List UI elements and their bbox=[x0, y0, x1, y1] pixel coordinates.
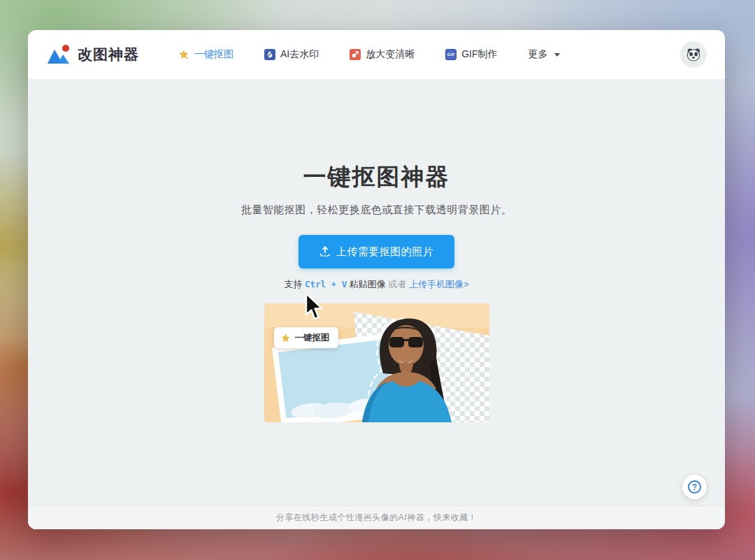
nav-label: AI去水印 bbox=[280, 48, 319, 61]
main-nav: 一键抠图 AI去水印 bbox=[178, 48, 560, 61]
help-icon bbox=[688, 480, 701, 494]
nav-item-enlarge[interactable]: 放大变清晰 bbox=[350, 48, 415, 61]
ctrl-v-shortcut: Ctrl + V bbox=[305, 279, 347, 289]
tip-prefix: 支持 bbox=[284, 279, 305, 289]
upload-button-label: 上传需要抠图的照片 bbox=[336, 245, 434, 259]
nav-item-cutout[interactable]: 一键抠图 bbox=[178, 48, 233, 61]
nav-label: GIF制作 bbox=[461, 48, 497, 61]
app-window: 改图神器 一键抠图 AI去水印 bbox=[28, 30, 725, 529]
nav-item-more[interactable]: 更多 bbox=[528, 48, 560, 61]
user-avatar[interactable] bbox=[680, 41, 707, 68]
panda-avatar-icon bbox=[685, 46, 702, 63]
upload-from-phone-link[interactable]: 上传手机图像> bbox=[409, 279, 469, 289]
header: 改图神器 一键抠图 AI去水印 bbox=[28, 30, 725, 79]
watermark-remove-icon bbox=[264, 49, 275, 60]
tip-middle: 粘贴图像 bbox=[347, 279, 388, 289]
nav-item-gif[interactable]: GIF GIF制作 bbox=[445, 48, 497, 61]
nav-label: 更多 bbox=[528, 48, 548, 61]
chevron-down-icon bbox=[554, 53, 560, 57]
page-subtitle: 批量智能抠图，轻松更换底色或直接下载透明背景图片。 bbox=[28, 203, 725, 217]
upload-button[interactable]: 上传需要抠图的照片 bbox=[299, 235, 455, 268]
logo[interactable]: 改图神器 bbox=[46, 44, 139, 65]
help-button[interactable] bbox=[682, 475, 707, 499]
magic-star-icon bbox=[178, 49, 189, 60]
nav-item-watermark[interactable]: AI去水印 bbox=[264, 48, 319, 61]
demo-image: 一键抠图 bbox=[264, 303, 489, 422]
logo-text: 改图神器 bbox=[78, 45, 139, 64]
upload-icon bbox=[319, 246, 331, 257]
magic-star-icon bbox=[280, 333, 291, 343]
main-content: 一键抠图神器 批量智能抠图，轻松更换底色或直接下载透明背景图片。 上传需要抠图的… bbox=[28, 79, 725, 529]
paste-tip: 支持 Ctrl + V 粘贴图像 或者 上传手机图像> bbox=[28, 278, 725, 291]
logo-mountain-icon bbox=[46, 44, 71, 65]
page-title: 一键抠图神器 bbox=[28, 79, 725, 193]
footer-text: 分享在线秒生成个性漫画头像的AI神器，快来收藏！ bbox=[276, 512, 477, 524]
nav-label: 一键抠图 bbox=[194, 48, 233, 61]
demo-badge-label: 一键抠图 bbox=[295, 332, 330, 344]
demo-badge: 一键抠图 bbox=[274, 327, 338, 348]
nav-label: 放大变清晰 bbox=[366, 48, 415, 61]
tip-or: 或者 bbox=[388, 279, 409, 289]
enlarge-icon bbox=[350, 49, 361, 60]
footer-banner: 分享在线秒生成个性漫画头像的AI神器，快来收藏！ bbox=[28, 505, 725, 529]
gif-icon: GIF bbox=[445, 49, 456, 60]
cutout-demo-illustration bbox=[264, 303, 489, 422]
